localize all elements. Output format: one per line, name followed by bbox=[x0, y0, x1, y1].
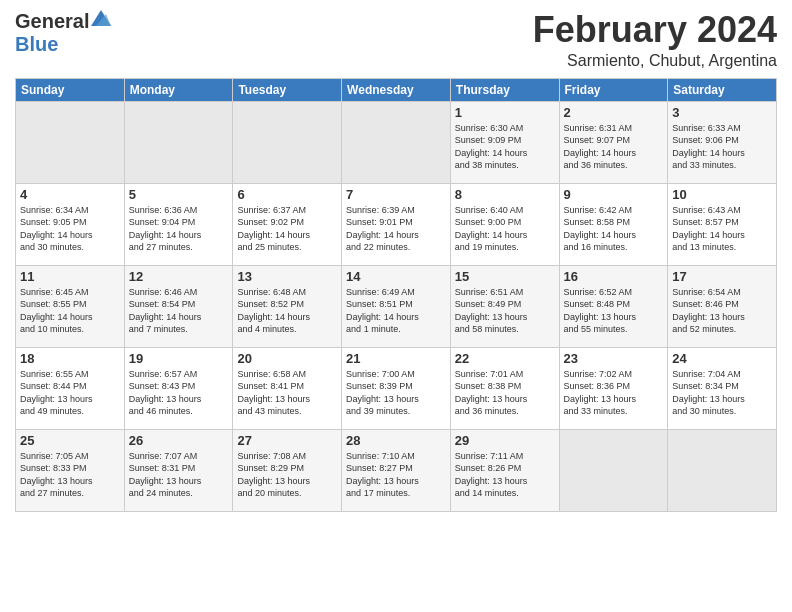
calendar-cell bbox=[559, 429, 668, 511]
calendar-body: 1Sunrise: 6:30 AM Sunset: 9:09 PM Daylig… bbox=[16, 101, 777, 511]
logo-blue: Blue bbox=[15, 33, 58, 56]
day-number: 26 bbox=[129, 433, 229, 448]
day-number: 10 bbox=[672, 187, 772, 202]
day-info: Sunrise: 6:55 AM Sunset: 8:44 PM Dayligh… bbox=[20, 368, 120, 418]
day-number: 4 bbox=[20, 187, 120, 202]
day-number: 14 bbox=[346, 269, 446, 284]
col-saturday: Saturday bbox=[668, 78, 777, 101]
col-sunday: Sunday bbox=[16, 78, 125, 101]
day-number: 28 bbox=[346, 433, 446, 448]
day-number: 21 bbox=[346, 351, 446, 366]
day-info: Sunrise: 7:02 AM Sunset: 8:36 PM Dayligh… bbox=[564, 368, 664, 418]
day-info: Sunrise: 6:37 AM Sunset: 9:02 PM Dayligh… bbox=[237, 204, 337, 254]
day-number: 24 bbox=[672, 351, 772, 366]
calendar-table: Sunday Monday Tuesday Wednesday Thursday… bbox=[15, 78, 777, 512]
calendar-cell: 2Sunrise: 6:31 AM Sunset: 9:07 PM Daylig… bbox=[559, 101, 668, 183]
day-number: 8 bbox=[455, 187, 555, 202]
day-info: Sunrise: 6:39 AM Sunset: 9:01 PM Dayligh… bbox=[346, 204, 446, 254]
day-info: Sunrise: 7:08 AM Sunset: 8:29 PM Dayligh… bbox=[237, 450, 337, 500]
day-info: Sunrise: 6:46 AM Sunset: 8:54 PM Dayligh… bbox=[129, 286, 229, 336]
calendar-cell: 26Sunrise: 7:07 AM Sunset: 8:31 PM Dayli… bbox=[124, 429, 233, 511]
day-info: Sunrise: 6:33 AM Sunset: 9:06 PM Dayligh… bbox=[672, 122, 772, 172]
calendar-cell: 1Sunrise: 6:30 AM Sunset: 9:09 PM Daylig… bbox=[450, 101, 559, 183]
day-number: 12 bbox=[129, 269, 229, 284]
calendar-cell: 3Sunrise: 6:33 AM Sunset: 9:06 PM Daylig… bbox=[668, 101, 777, 183]
day-number: 9 bbox=[564, 187, 664, 202]
col-thursday: Thursday bbox=[450, 78, 559, 101]
calendar-cell: 19Sunrise: 6:57 AM Sunset: 8:43 PM Dayli… bbox=[124, 347, 233, 429]
logo-general: General bbox=[15, 10, 89, 33]
day-number: 11 bbox=[20, 269, 120, 284]
calendar-cell bbox=[233, 101, 342, 183]
day-info: Sunrise: 6:52 AM Sunset: 8:48 PM Dayligh… bbox=[564, 286, 664, 336]
day-info: Sunrise: 7:00 AM Sunset: 8:39 PM Dayligh… bbox=[346, 368, 446, 418]
calendar-cell: 28Sunrise: 7:10 AM Sunset: 8:27 PM Dayli… bbox=[342, 429, 451, 511]
location: Sarmiento, Chubut, Argentina bbox=[533, 52, 777, 70]
day-number: 29 bbox=[455, 433, 555, 448]
day-info: Sunrise: 6:58 AM Sunset: 8:41 PM Dayligh… bbox=[237, 368, 337, 418]
day-info: Sunrise: 6:45 AM Sunset: 8:55 PM Dayligh… bbox=[20, 286, 120, 336]
day-number: 7 bbox=[346, 187, 446, 202]
calendar-cell: 5Sunrise: 6:36 AM Sunset: 9:04 PM Daylig… bbox=[124, 183, 233, 265]
day-number: 25 bbox=[20, 433, 120, 448]
calendar-cell: 25Sunrise: 7:05 AM Sunset: 8:33 PM Dayli… bbox=[16, 429, 125, 511]
day-number: 17 bbox=[672, 269, 772, 284]
header-row: Sunday Monday Tuesday Wednesday Thursday… bbox=[16, 78, 777, 101]
calendar-cell: 29Sunrise: 7:11 AM Sunset: 8:26 PM Dayli… bbox=[450, 429, 559, 511]
day-info: Sunrise: 7:01 AM Sunset: 8:38 PM Dayligh… bbox=[455, 368, 555, 418]
calendar-week-5: 25Sunrise: 7:05 AM Sunset: 8:33 PM Dayli… bbox=[16, 429, 777, 511]
day-info: Sunrise: 6:57 AM Sunset: 8:43 PM Dayligh… bbox=[129, 368, 229, 418]
day-info: Sunrise: 6:31 AM Sunset: 9:07 PM Dayligh… bbox=[564, 122, 664, 172]
logo-icon bbox=[91, 10, 111, 26]
col-monday: Monday bbox=[124, 78, 233, 101]
calendar-cell: 6Sunrise: 6:37 AM Sunset: 9:02 PM Daylig… bbox=[233, 183, 342, 265]
calendar-cell: 9Sunrise: 6:42 AM Sunset: 8:58 PM Daylig… bbox=[559, 183, 668, 265]
calendar-cell: 21Sunrise: 7:00 AM Sunset: 8:39 PM Dayli… bbox=[342, 347, 451, 429]
calendar-cell: 17Sunrise: 6:54 AM Sunset: 8:46 PM Dayli… bbox=[668, 265, 777, 347]
calendar-cell: 7Sunrise: 6:39 AM Sunset: 9:01 PM Daylig… bbox=[342, 183, 451, 265]
day-info: Sunrise: 6:51 AM Sunset: 8:49 PM Dayligh… bbox=[455, 286, 555, 336]
calendar-cell bbox=[16, 101, 125, 183]
calendar-week-3: 11Sunrise: 6:45 AM Sunset: 8:55 PM Dayli… bbox=[16, 265, 777, 347]
calendar-cell: 4Sunrise: 6:34 AM Sunset: 9:05 PM Daylig… bbox=[16, 183, 125, 265]
day-number: 20 bbox=[237, 351, 337, 366]
day-info: Sunrise: 6:30 AM Sunset: 9:09 PM Dayligh… bbox=[455, 122, 555, 172]
col-friday: Friday bbox=[559, 78, 668, 101]
calendar-week-4: 18Sunrise: 6:55 AM Sunset: 8:44 PM Dayli… bbox=[16, 347, 777, 429]
day-info: Sunrise: 6:34 AM Sunset: 9:05 PM Dayligh… bbox=[20, 204, 120, 254]
calendar-week-2: 4Sunrise: 6:34 AM Sunset: 9:05 PM Daylig… bbox=[16, 183, 777, 265]
calendar-cell: 13Sunrise: 6:48 AM Sunset: 8:52 PM Dayli… bbox=[233, 265, 342, 347]
day-number: 19 bbox=[129, 351, 229, 366]
calendar-cell: 23Sunrise: 7:02 AM Sunset: 8:36 PM Dayli… bbox=[559, 347, 668, 429]
day-number: 13 bbox=[237, 269, 337, 284]
calendar-cell: 22Sunrise: 7:01 AM Sunset: 8:38 PM Dayli… bbox=[450, 347, 559, 429]
day-info: Sunrise: 6:49 AM Sunset: 8:51 PM Dayligh… bbox=[346, 286, 446, 336]
day-number: 5 bbox=[129, 187, 229, 202]
calendar-week-1: 1Sunrise: 6:30 AM Sunset: 9:09 PM Daylig… bbox=[16, 101, 777, 183]
day-number: 3 bbox=[672, 105, 772, 120]
calendar-cell: 20Sunrise: 6:58 AM Sunset: 8:41 PM Dayli… bbox=[233, 347, 342, 429]
col-wednesday: Wednesday bbox=[342, 78, 451, 101]
day-number: 16 bbox=[564, 269, 664, 284]
page: General Blue February 2024 Sarmiento, Ch… bbox=[0, 0, 792, 612]
day-info: Sunrise: 6:40 AM Sunset: 9:00 PM Dayligh… bbox=[455, 204, 555, 254]
day-info: Sunrise: 7:04 AM Sunset: 8:34 PM Dayligh… bbox=[672, 368, 772, 418]
day-number: 6 bbox=[237, 187, 337, 202]
day-info: Sunrise: 7:07 AM Sunset: 8:31 PM Dayligh… bbox=[129, 450, 229, 500]
day-info: Sunrise: 6:42 AM Sunset: 8:58 PM Dayligh… bbox=[564, 204, 664, 254]
day-info: Sunrise: 6:48 AM Sunset: 8:52 PM Dayligh… bbox=[237, 286, 337, 336]
day-info: Sunrise: 6:54 AM Sunset: 8:46 PM Dayligh… bbox=[672, 286, 772, 336]
calendar-cell: 14Sunrise: 6:49 AM Sunset: 8:51 PM Dayli… bbox=[342, 265, 451, 347]
calendar-cell bbox=[668, 429, 777, 511]
day-info: Sunrise: 6:36 AM Sunset: 9:04 PM Dayligh… bbox=[129, 204, 229, 254]
calendar-cell: 16Sunrise: 6:52 AM Sunset: 8:48 PM Dayli… bbox=[559, 265, 668, 347]
calendar-cell: 27Sunrise: 7:08 AM Sunset: 8:29 PM Dayli… bbox=[233, 429, 342, 511]
calendar-cell bbox=[342, 101, 451, 183]
month-title: February 2024 bbox=[533, 10, 777, 50]
day-number: 27 bbox=[237, 433, 337, 448]
calendar-cell: 24Sunrise: 7:04 AM Sunset: 8:34 PM Dayli… bbox=[668, 347, 777, 429]
calendar-cell: 10Sunrise: 6:43 AM Sunset: 8:57 PM Dayli… bbox=[668, 183, 777, 265]
calendar-cell: 8Sunrise: 6:40 AM Sunset: 9:00 PM Daylig… bbox=[450, 183, 559, 265]
day-info: Sunrise: 7:11 AM Sunset: 8:26 PM Dayligh… bbox=[455, 450, 555, 500]
header: General Blue February 2024 Sarmiento, Ch… bbox=[15, 10, 777, 70]
